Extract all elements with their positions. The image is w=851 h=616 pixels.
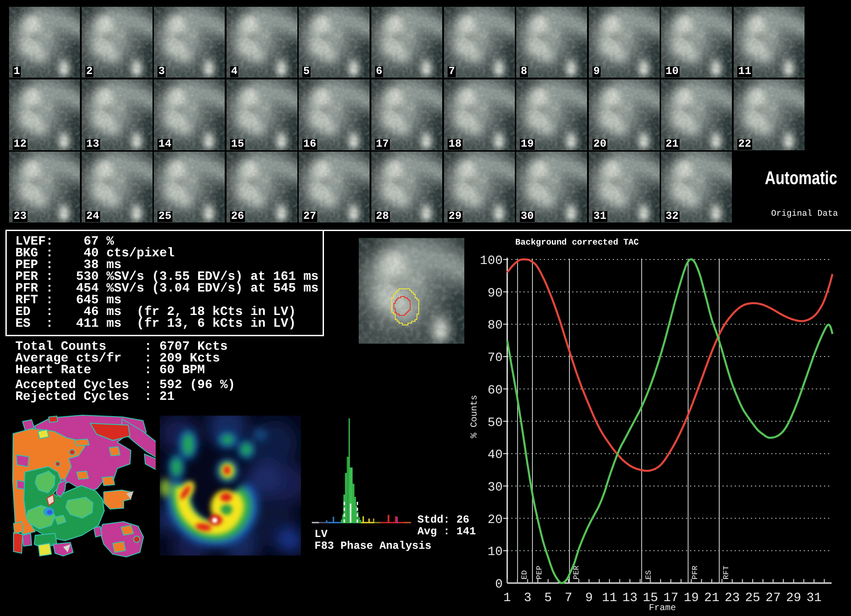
- svg-text:11: 11: [602, 591, 617, 605]
- svg-text:% Counts: % Counts: [469, 395, 480, 438]
- svg-text:5: 5: [544, 591, 552, 605]
- svg-text:29: 29: [786, 591, 801, 605]
- svg-text:80: 80: [487, 319, 503, 333]
- svg-text:RFT: RFT: [722, 565, 731, 579]
- svg-text:100: 100: [480, 254, 503, 268]
- svg-text:PER: PER: [573, 565, 581, 579]
- svg-text:23: 23: [725, 591, 740, 605]
- svg-text:10: 10: [487, 545, 503, 559]
- svg-text:19: 19: [684, 591, 699, 605]
- svg-text:Frame: Frame: [649, 603, 676, 613]
- svg-text:30: 30: [487, 481, 503, 495]
- svg-text:ES: ES: [645, 570, 653, 579]
- svg-text:60: 60: [487, 384, 503, 398]
- svg-text:27: 27: [766, 591, 781, 605]
- svg-text:ED: ED: [521, 570, 529, 579]
- svg-text:20: 20: [487, 513, 503, 527]
- svg-text:7: 7: [565, 591, 573, 605]
- svg-text:PEP: PEP: [536, 565, 544, 579]
- svg-text:70: 70: [487, 351, 503, 365]
- svg-text:90: 90: [487, 287, 503, 301]
- svg-text:25: 25: [745, 591, 760, 605]
- svg-text:13: 13: [622, 591, 638, 605]
- svg-text:1: 1: [504, 591, 511, 605]
- svg-text:50: 50: [487, 416, 503, 430]
- svg-text:40: 40: [487, 448, 503, 462]
- svg-text:3: 3: [524, 591, 532, 605]
- svg-text:PFR: PFR: [691, 565, 700, 579]
- svg-text:0: 0: [495, 578, 503, 592]
- svg-text:31: 31: [806, 591, 822, 605]
- svg-text:9: 9: [585, 591, 593, 605]
- svg-text:21: 21: [704, 591, 720, 605]
